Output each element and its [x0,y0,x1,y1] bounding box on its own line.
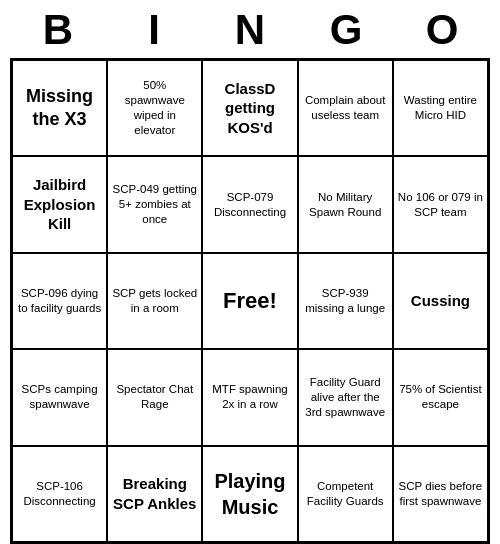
title-letter-n: N [210,6,290,54]
bingo-cell-2: ClassD getting KOS'd [202,60,297,156]
bingo-cell-10: SCP-096 dying to facility guards [12,253,107,349]
bingo-cell-24: SCP dies before first spawnwave [393,446,488,542]
bingo-cell-13: SCP-939 missing a lunge [298,253,393,349]
bingo-cell-19: 75% of Scientist escape [393,349,488,445]
bingo-cell-23: Competent Facility Guards [298,446,393,542]
bingo-cell-3: Complain about useless team [298,60,393,156]
title-letter-b: B [18,6,98,54]
title-letter-g: G [306,6,386,54]
title-letter-o: O [402,6,482,54]
bingo-cell-4: Wasting entire Micro HID [393,60,488,156]
bingo-cell-11: SCP gets locked in a room [107,253,202,349]
bingo-cell-14: Cussing [393,253,488,349]
bingo-cell-21: Breaking SCP Ankles [107,446,202,542]
bingo-cell-18: Facility Guard alive after the 3rd spawn… [298,349,393,445]
bingo-cell-22: Playing Music [202,446,297,542]
bingo-cell-17: MTF spawning 2x in a row [202,349,297,445]
bingo-cell-12: Free! [202,253,297,349]
title-letter-i: I [114,6,194,54]
bingo-cell-5: Jailbird Explosion Kill [12,156,107,252]
bingo-grid: Missing the X350% spawnwave wiped in ele… [10,58,490,544]
bingo-title: B I N G O [10,0,490,58]
bingo-cell-16: Spectator Chat Rage [107,349,202,445]
bingo-cell-20: SCP-106 Disconnecting [12,446,107,542]
bingo-cell-7: SCP-079 Disconnecting [202,156,297,252]
bingo-cell-9: No 106 or 079 in SCP team [393,156,488,252]
bingo-cell-15: SCPs camping spawnwave [12,349,107,445]
bingo-cell-0: Missing the X3 [12,60,107,156]
bingo-cell-1: 50% spawnwave wiped in elevator [107,60,202,156]
bingo-cell-6: SCP-049 getting 5+ zombies at once [107,156,202,252]
bingo-cell-8: No Military Spawn Round [298,156,393,252]
